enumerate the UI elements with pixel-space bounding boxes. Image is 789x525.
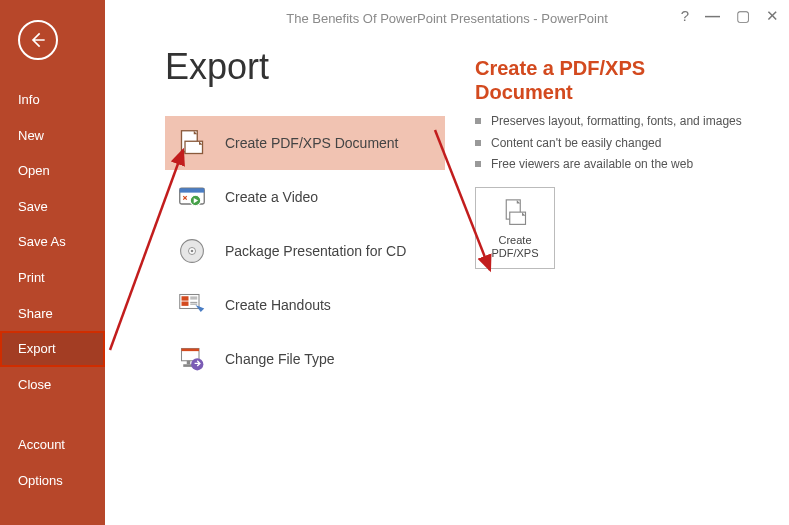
svg-rect-10 [182,302,189,306]
nav-close[interactable]: Close [0,367,105,403]
option-label: Package Presentation for CD [225,243,406,259]
handouts-icon [177,290,207,320]
nav-print[interactable]: Print [0,260,105,296]
nav-export[interactable]: Export [0,331,105,367]
content: Export Create PDF/XPS Document Create a … [105,36,789,386]
nav-save[interactable]: Save [0,189,105,225]
close-icon[interactable]: ✕ [766,8,779,23]
option-label: Create a Video [225,189,318,205]
file-type-icon [177,344,207,374]
nav-info[interactable]: Info [0,82,105,118]
option-label: Create PDF/XPS Document [225,135,399,151]
option-package-cd[interactable]: Package Presentation for CD [165,224,445,278]
pdf-document-icon [177,128,207,158]
help-icon[interactable]: ? [681,8,689,23]
back-button[interactable] [18,20,58,60]
option-create-video[interactable]: Create a Video [165,170,445,224]
svg-point-19 [191,358,203,370]
detail-bullet: Free viewers are available on the web [475,157,745,173]
option-create-pdf-xps[interactable]: Create PDF/XPS Document [165,116,445,170]
app-window: Info New Open Save Save As Print Share E… [0,0,789,525]
nav-open[interactable]: Open [0,153,105,189]
cd-icon [177,236,207,266]
nav-save-as[interactable]: Save As [0,224,105,260]
pdf-button-icon [501,198,529,228]
nav-options[interactable]: Options [0,463,105,499]
option-change-file-type[interactable]: Change File Type [165,332,445,386]
svg-point-7 [191,250,194,253]
minimize-icon[interactable]: — [705,8,720,23]
titlebar: The Benefits Of PowerPoint Presentations… [105,0,789,36]
nav-spacer [0,402,105,427]
detail-bullet: Preserves layout, formatting, fonts, and… [475,114,745,130]
option-label: Create Handouts [225,297,331,313]
options-column: Export Create PDF/XPS Document Create a … [165,46,445,386]
detail-panel: Create a PDF/XPS Document Preserves layo… [475,46,745,386]
svg-rect-9 [182,296,189,300]
window-controls: ? — ▢ ✕ [681,8,779,23]
option-label: Change File Type [225,351,334,367]
nav-account[interactable]: Account [0,427,105,463]
window-title: The Benefits Of PowerPoint Presentations… [286,11,608,26]
detail-title: Create a PDF/XPS Document [475,56,745,104]
backstage-sidebar: Info New Open Save Save As Print Share E… [0,0,105,525]
export-options: Create PDF/XPS Document Create a Video P… [165,116,445,386]
svg-rect-16 [182,349,200,352]
svg-rect-17 [187,361,191,365]
video-icon [177,182,207,212]
detail-bullet-list: Preserves layout, formatting, fonts, and… [475,114,745,173]
svg-rect-3 [180,188,205,192]
create-btn-label: Create PDF/XPS [491,234,538,259]
nav-share[interactable]: Share [0,296,105,332]
main-area: The Benefits Of PowerPoint Presentations… [105,0,789,525]
restore-icon[interactable]: ▢ [736,8,750,23]
create-pdf-xps-button[interactable]: Create PDF/XPS [475,187,555,269]
detail-bullet: Content can't be easily changed [475,136,745,152]
back-arrow-icon [28,30,48,50]
page-title: Export [165,46,445,88]
nav-new[interactable]: New [0,118,105,154]
option-create-handouts[interactable]: Create Handouts [165,278,445,332]
